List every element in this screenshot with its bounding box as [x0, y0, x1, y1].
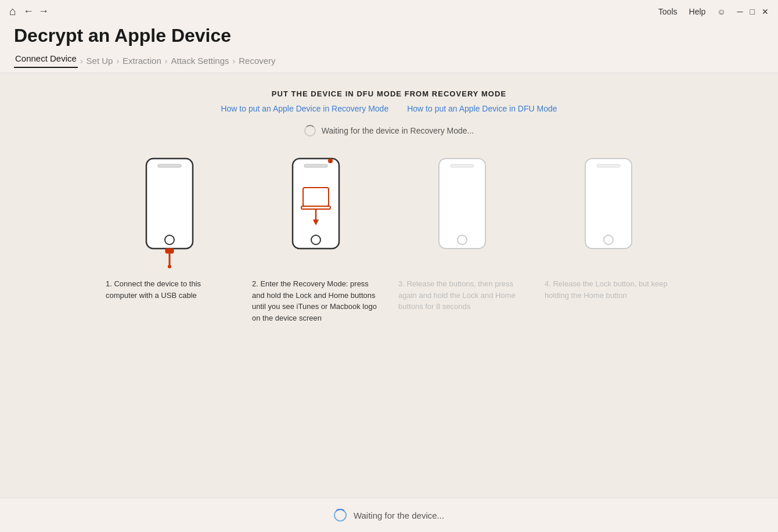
svg-rect-7 [304, 164, 327, 167]
smiley-icon[interactable]: ☺ [717, 7, 725, 16]
bottom-bar: Waiting for the device... [0, 498, 778, 532]
dfu-mode-link[interactable]: How to put an Apple Device in DFU Mode [407, 104, 557, 113]
phone-illustration-2 [275, 153, 356, 269]
forward-icon[interactable]: → [38, 5, 49, 17]
breadcrumb-sep: › [233, 56, 236, 66]
recovery-mode-link[interactable]: How to put an Apple Device in Recovery M… [221, 104, 388, 113]
breadcrumb: Connect Device›Set Up›Extraction›Attack … [0, 46, 778, 73]
breadcrumb-item-attack-settings[interactable]: Attack Settings [170, 56, 230, 66]
svg-point-2 [165, 235, 174, 245]
step-col-4: 4. Release the Lock button, but keep hol… [545, 153, 672, 323]
maximize-button[interactable]: □ [750, 7, 755, 16]
phone-illustration-4 [568, 153, 649, 269]
section-heading: PUT THE DEVICE IN DFU MODE FROM RECOVERY… [272, 89, 506, 98]
step-description-1: 1. Connect the device to this computer w… [106, 278, 233, 301]
title-bar-right: Tools Help ☺ ─ □ ✕ [658, 7, 769, 16]
phone-illustration-1 [129, 153, 210, 269]
svg-point-12 [311, 235, 320, 245]
step-description-3: 3. Release the buttons, then press again… [398, 278, 526, 312]
breadcrumb-sep: › [165, 56, 168, 66]
nav-icons: ← → [23, 5, 49, 17]
breadcrumb-item-connect-device[interactable]: Connect Device [14, 53, 78, 68]
links-row: How to put an Apple Device in Recovery M… [221, 104, 557, 113]
svg-point-16 [458, 235, 467, 245]
svg-rect-1 [158, 164, 181, 167]
title-bar: ⌂ ← → Tools Help ☺ ─ □ ✕ [0, 0, 778, 18]
svg-rect-15 [451, 164, 474, 167]
breadcrumb-item-set-up[interactable]: Set Up [85, 56, 114, 66]
breadcrumb-item-recovery[interactable]: Recovery [237, 56, 276, 66]
step-col-3: 3. Release the buttons, then press again… [398, 153, 526, 323]
breadcrumb-sep: › [80, 56, 83, 66]
home-icon[interactable]: ⌂ [9, 5, 16, 18]
recovery-spinner [304, 125, 316, 136]
main-content: PUT THE DEVICE IN DFU MODE FROM RECOVERY… [0, 73, 778, 498]
page-title-area: Decrypt an Apple Device [0, 18, 778, 46]
phone-illustration-3 [422, 153, 503, 269]
svg-rect-3 [165, 249, 174, 253]
title-bar-left: ⌂ ← → [9, 5, 49, 18]
svg-point-5 [168, 265, 171, 268]
step-description-4: 4. Release the Lock button, but keep hol… [545, 278, 672, 301]
help-menu[interactable]: Help [689, 7, 706, 16]
bottom-spinner [334, 509, 347, 522]
svg-rect-18 [597, 164, 620, 167]
minimize-button[interactable]: ─ [737, 7, 743, 16]
breadcrumb-sep: › [116, 56, 119, 66]
steps-row: 1. Connect the device to this computer w… [70, 153, 708, 323]
breadcrumb-item-extraction[interactable]: Extraction [121, 56, 163, 66]
recovery-waiting-indicator: Waiting for the device in Recovery Mode.… [304, 125, 474, 136]
step-col-1: 1. Connect the device to this computer w… [106, 153, 233, 323]
close-button[interactable]: ✕ [762, 7, 769, 16]
svg-point-13 [328, 159, 333, 163]
tools-menu[interactable]: Tools [658, 7, 678, 16]
window-controls: ─ □ ✕ [737, 7, 769, 16]
back-icon[interactable]: ← [23, 5, 34, 17]
svg-point-19 [604, 235, 613, 245]
recovery-waiting-text: Waiting for the device in Recovery Mode.… [322, 126, 474, 135]
bottom-waiting-text: Waiting for the device... [354, 511, 444, 520]
step-col-2: 2. Enter the Recovery Mode: press and ho… [252, 153, 380, 323]
page-title: Decrypt an Apple Device [14, 25, 764, 46]
step-description-2: 2. Enter the Recovery Mode: press and ho… [252, 278, 380, 323]
